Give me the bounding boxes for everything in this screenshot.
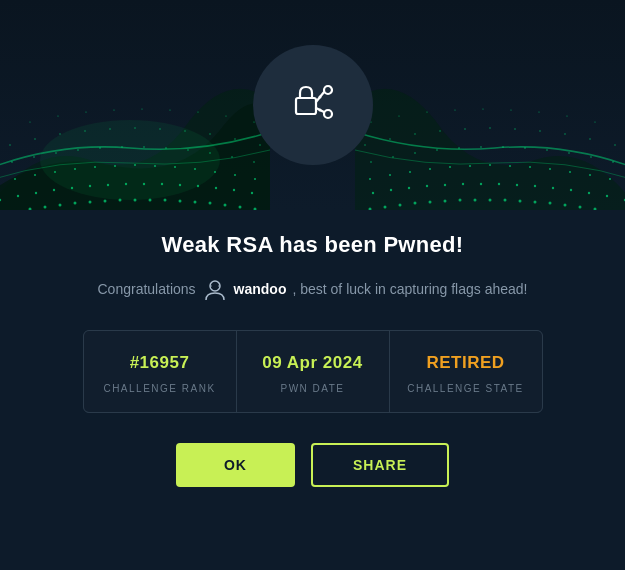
svg-point-73 — [85, 111, 86, 112]
svg-point-49 — [33, 156, 35, 158]
main-content: Weak RSA has been Pwned! Congratulations… — [0, 210, 625, 570]
svg-point-105 — [516, 184, 518, 186]
wave-left-decoration — [0, 60, 270, 210]
state-label: CHALLENGE STATE — [407, 383, 524, 394]
svg-point-121 — [489, 164, 491, 166]
svg-point-137 — [436, 149, 438, 151]
action-buttons: OK SHARE — [176, 443, 449, 487]
svg-point-150 — [389, 138, 390, 139]
share-button[interactable]: SHARE — [311, 443, 449, 487]
svg-point-122 — [469, 165, 471, 167]
svg-point-145 — [514, 128, 515, 129]
svg-point-116 — [589, 174, 591, 176]
svg-point-69 — [234, 138, 235, 139]
svg-rect-161 — [296, 98, 316, 114]
svg-point-100 — [606, 195, 608, 197]
svg-point-103 — [552, 187, 554, 189]
svg-point-154 — [538, 111, 539, 112]
svg-point-170 — [218, 285, 220, 287]
svg-point-132 — [546, 149, 548, 151]
svg-point-15 — [224, 204, 227, 207]
svg-point-146 — [489, 127, 490, 128]
svg-point-167 — [318, 109, 321, 112]
svg-point-169 — [210, 285, 212, 287]
svg-point-3 — [44, 206, 47, 209]
lock-network-icon — [278, 70, 348, 140]
congrats-suffix: , best of luck in capturing flags ahead! — [292, 281, 527, 297]
svg-point-120 — [509, 165, 511, 167]
svg-point-70 — [259, 144, 260, 145]
svg-point-32 — [251, 192, 253, 194]
pwn-date-value: 09 Apr 2024 — [262, 353, 362, 373]
challenge-icon-circle — [253, 45, 373, 165]
svg-point-153 — [566, 115, 567, 116]
svg-point-109 — [444, 184, 446, 186]
svg-point-94 — [429, 201, 432, 204]
svg-point-95 — [414, 202, 417, 205]
svg-point-88 — [519, 200, 522, 203]
stat-rank: #16957 CHALLENGE RANK — [84, 331, 236, 412]
svg-point-166 — [318, 96, 321, 99]
svg-point-135 — [480, 146, 482, 148]
svg-point-123 — [449, 166, 451, 168]
svg-point-6 — [89, 201, 92, 204]
svg-point-77 — [197, 111, 198, 112]
svg-point-126 — [389, 174, 391, 176]
svg-point-111 — [408, 187, 410, 189]
svg-point-162 — [324, 86, 332, 94]
svg-point-143 — [564, 133, 565, 134]
svg-point-92 — [459, 199, 462, 202]
svg-point-14 — [209, 202, 212, 205]
svg-point-72 — [57, 115, 58, 116]
stat-challenge-state: RETIRED CHALLENGE STATE — [390, 331, 542, 412]
svg-point-147 — [464, 128, 465, 129]
user-avatar-icon — [202, 276, 228, 302]
svg-point-60 — [9, 144, 10, 145]
svg-point-113 — [372, 192, 374, 194]
svg-point-157 — [454, 109, 455, 110]
svg-point-5 — [74, 202, 77, 205]
svg-point-118 — [549, 168, 551, 170]
ok-button[interactable]: OK — [176, 443, 295, 487]
svg-point-59 — [253, 161, 255, 163]
svg-point-144 — [539, 130, 540, 131]
svg-point-93 — [444, 200, 447, 203]
svg-point-159 — [398, 115, 399, 116]
svg-point-107 — [480, 183, 482, 185]
svg-point-76 — [169, 109, 170, 110]
svg-point-151 — [364, 144, 365, 145]
svg-point-11 — [164, 199, 167, 202]
svg-point-131 — [568, 152, 570, 154]
pwn-date-label: PWN DATE — [280, 383, 344, 394]
congrats-prefix: Congratulations — [98, 281, 196, 297]
svg-point-20 — [35, 192, 37, 194]
svg-point-141 — [614, 144, 615, 145]
svg-point-163 — [324, 110, 332, 118]
svg-point-85 — [564, 204, 567, 207]
svg-point-149 — [414, 133, 415, 134]
svg-point-45 — [234, 174, 236, 176]
svg-point-97 — [384, 206, 387, 209]
stat-pwn-date: 09 Apr 2024 PWN DATE — [237, 331, 389, 412]
svg-point-115 — [609, 178, 611, 180]
svg-point-87 — [534, 201, 537, 204]
svg-point-125 — [409, 171, 411, 173]
hero-banner — [0, 0, 625, 210]
state-value: RETIRED — [426, 353, 504, 373]
svg-point-75 — [141, 108, 142, 109]
svg-point-104 — [534, 185, 536, 187]
svg-point-12 — [179, 200, 182, 203]
svg-point-13 — [194, 201, 197, 204]
svg-point-16 — [239, 206, 242, 209]
svg-point-152 — [594, 121, 595, 122]
stats-grid: #16957 CHALLENGE RANK 09 Apr 2024 PWN DA… — [83, 330, 543, 413]
rank-label: CHALLENGE RANK — [103, 383, 215, 394]
svg-point-84 — [579, 206, 582, 209]
svg-point-130 — [590, 156, 592, 158]
svg-point-124 — [429, 168, 431, 170]
svg-point-68 — [209, 133, 210, 134]
svg-point-19 — [17, 195, 19, 197]
username-text: wandoo — [234, 281, 287, 297]
svg-point-119 — [529, 166, 531, 168]
congratulations-line: Congratulations wandoo , best of luck in… — [98, 276, 528, 302]
